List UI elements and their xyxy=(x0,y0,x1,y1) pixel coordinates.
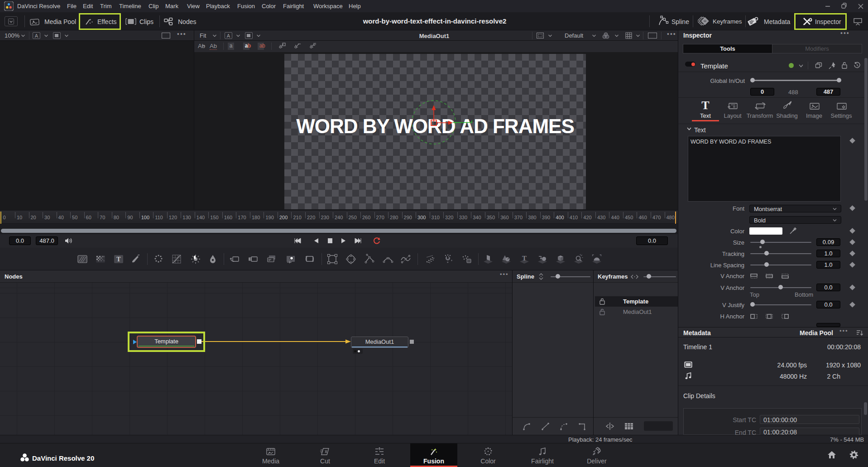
svg-text:T: T xyxy=(522,255,527,262)
svg-text:T: T xyxy=(116,256,121,263)
